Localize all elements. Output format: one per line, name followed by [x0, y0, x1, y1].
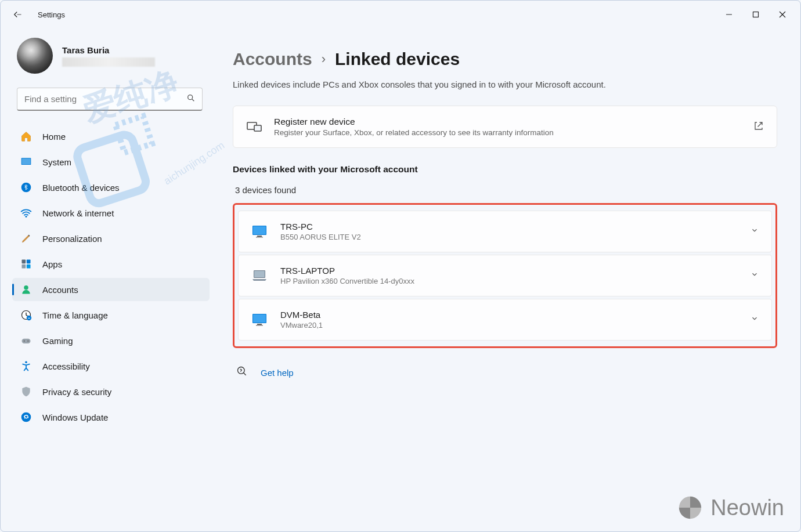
device-name: DVM-Beta — [280, 310, 738, 320]
profile-block[interactable]: Taras Buria — [12, 38, 210, 74]
register-device-card[interactable]: Register new device Register your Surfac… — [233, 106, 777, 148]
sidebar-item-time[interactable]: Time & language — [12, 303, 210, 327]
page-title: Linked devices — [335, 49, 460, 69]
sidebar-item-update[interactable]: Windows Update — [12, 406, 210, 429]
maximize-button[interactable] — [742, 5, 769, 24]
nav-label: Accounts — [42, 285, 78, 295]
minimize-button[interactable] — [716, 5, 742, 24]
register-title: Register new device — [274, 117, 742, 127]
sidebar-item-home[interactable]: Home — [12, 125, 210, 148]
sidebar-item-apps[interactable]: Apps — [12, 252, 210, 276]
close-button[interactable] — [769, 5, 796, 24]
svg-rect-1 — [753, 12, 759, 17]
profile-name: Taras Buria — [62, 45, 155, 55]
neowin-branding: Neowin — [677, 494, 784, 521]
nav-label: Home — [42, 132, 66, 142]
chevron-right-icon: › — [322, 52, 326, 67]
clock-icon — [20, 309, 32, 321]
register-sub: Register your Surface, Xbox, or related … — [274, 128, 742, 137]
paint-icon — [20, 233, 32, 244]
svg-rect-32 — [257, 324, 262, 325]
main-content: Accounts › Linked devices Linked devices… — [210, 28, 800, 531]
svg-rect-12 — [22, 265, 26, 269]
svg-point-21 — [21, 412, 31, 422]
nav-label: System — [42, 157, 71, 167]
svg-point-4 — [188, 95, 193, 100]
search-input[interactable] — [17, 88, 203, 111]
sidebar-item-gaming[interactable]: Gaming — [12, 329, 210, 352]
nav: Home System Bluetooth & devices Network … — [12, 125, 210, 429]
svg-point-14 — [24, 285, 28, 290]
back-button[interactable] — [5, 3, 28, 26]
device-row[interactable]: TRS-PC B550 AORUS ELITE V2 — [238, 211, 772, 252]
sidebar-item-personalization[interactable]: Personalization — [12, 227, 210, 250]
wifi-icon — [20, 207, 32, 219]
device-name: TRS-PC — [280, 222, 738, 231]
system-icon — [20, 156, 32, 168]
svg-rect-23 — [254, 125, 261, 131]
nav-label: Privacy & security — [42, 387, 111, 397]
nav-label: Network & internet — [42, 208, 114, 218]
device-model: HP Pavilion x360 Convertible 14-dy0xxx — [280, 277, 738, 285]
search-icon — [186, 93, 196, 105]
svg-line-5 — [192, 99, 194, 101]
accounts-icon — [20, 284, 32, 295]
sidebar-item-privacy[interactable]: Privacy & security — [12, 380, 210, 403]
device-row[interactable]: TRS-LAPTOP HP Pavilion x360 Convertible … — [238, 255, 772, 296]
accessibility-icon — [20, 360, 32, 372]
update-icon — [20, 411, 32, 423]
shield-icon — [20, 386, 32, 397]
nav-label: Windows Update — [42, 412, 108, 422]
svg-rect-31 — [253, 314, 266, 323]
help-link[interactable]: Get help — [261, 368, 294, 378]
device-row[interactable]: DVM-Beta VMware20,1 — [238, 299, 772, 341]
breadcrumb-parent[interactable]: Accounts — [233, 49, 312, 69]
sidebar: Taras Buria Home System Bluetooth & devi… — [1, 28, 210, 531]
chevron-down-icon — [751, 270, 759, 281]
help-row: Get help — [233, 365, 777, 379]
page-description: Linked devices include PCs and Xbox cons… — [233, 79, 777, 89]
sidebar-item-system[interactable]: System — [12, 150, 210, 173]
neowin-logo-icon — [677, 494, 703, 521]
window-controls — [716, 5, 796, 24]
sidebar-item-bluetooth[interactable]: Bluetooth & devices — [12, 176, 210, 199]
section-heading: Devices linked with your Microsoft accou… — [233, 164, 777, 175]
svg-point-16 — [27, 316, 31, 320]
desktop-icon — [251, 225, 268, 238]
svg-point-19 — [27, 341, 28, 342]
svg-rect-7 — [22, 158, 31, 164]
device-model: VMware20,1 — [280, 321, 738, 330]
device-list-highlighted: TRS-PC B550 AORUS ELITE V2 TRS-LAPTOP HP… — [233, 203, 777, 348]
devices-count: 3 devices found — [233, 185, 777, 195]
chevron-down-icon — [751, 226, 759, 237]
titlebar: Settings — [1, 1, 800, 28]
device-model: B550 AORUS ELITE V2 — [280, 233, 738, 241]
home-icon — [20, 131, 32, 142]
svg-point-9 — [26, 216, 27, 218]
chevron-down-icon — [751, 314, 759, 325]
sidebar-item-accounts[interactable]: Accounts — [12, 278, 210, 301]
nav-label: Time & language — [42, 310, 108, 320]
device-name: TRS-LAPTOP — [280, 266, 738, 276]
svg-rect-11 — [27, 260, 31, 264]
svg-rect-10 — [22, 260, 26, 264]
bluetooth-icon — [20, 182, 32, 193]
breadcrumb: Accounts › Linked devices — [233, 49, 777, 69]
avatar — [17, 38, 53, 74]
sidebar-item-accessibility[interactable]: Accessibility — [12, 354, 210, 378]
sidebar-item-network[interactable]: Network & internet — [12, 201, 210, 225]
desktop-icon — [251, 313, 268, 326]
neowin-text: Neowin — [710, 495, 784, 520]
svg-rect-27 — [256, 237, 263, 238]
svg-rect-13 — [27, 265, 31, 269]
external-link-icon — [753, 121, 764, 133]
svg-rect-26 — [257, 236, 262, 237]
laptop-icon — [251, 269, 268, 282]
svg-point-18 — [24, 341, 25, 342]
svg-rect-33 — [256, 325, 263, 326]
help-icon — [236, 365, 248, 379]
nav-label: Bluetooth & devices — [42, 183, 120, 193]
svg-line-35 — [244, 373, 246, 375]
nav-label: Personalization — [42, 234, 102, 244]
apps-icon — [20, 258, 32, 270]
